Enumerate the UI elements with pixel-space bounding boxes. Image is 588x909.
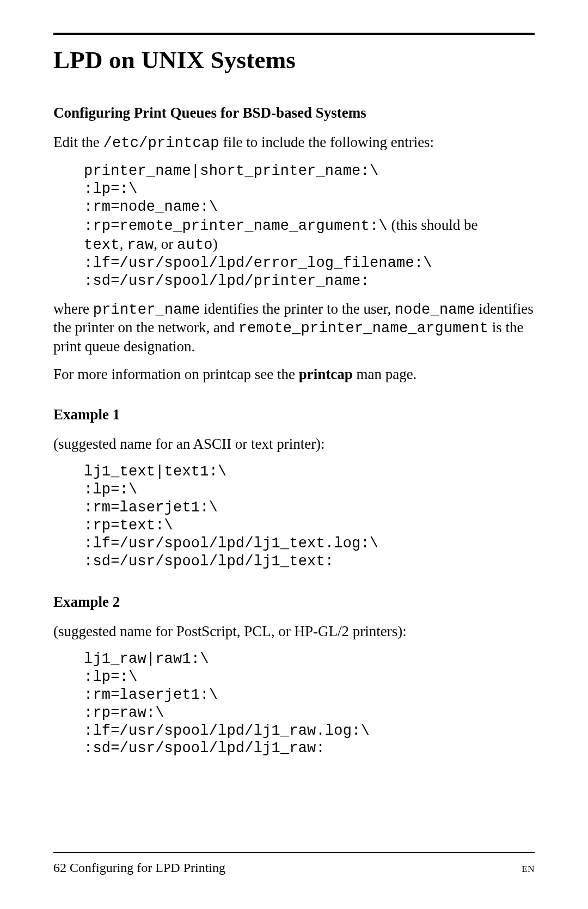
more-text: man page. [353, 366, 417, 382]
template-line: text, raw, or auto) [84, 235, 535, 254]
code-line: :sd=/usr/spool/lpd/lj1_raw: [84, 740, 535, 758]
code-line: :lp=:\ [84, 481, 535, 499]
printcap-template: printer_name|short_printer_name:\ :lp=:\… [84, 162, 535, 290]
footer-left: 62 Configuring for LPD Printing [53, 861, 225, 875]
intro-post: file to include the following entries: [219, 134, 434, 150]
explain-paragraph: where printer_name identifies the printe… [53, 300, 535, 356]
more-text: For more information on printcap see the [53, 366, 299, 382]
template-text: , [120, 236, 127, 252]
page-title: LPD on UNIX Systems [53, 46, 535, 74]
code-line: :rp=raw:\ [84, 704, 535, 722]
code-line: :rm=laserjet1:\ [84, 499, 535, 517]
explain-code: node_name [395, 302, 475, 318]
code-line: lj1_text|text1:\ [84, 463, 535, 481]
template-line: :rm=node_name:\ [84, 198, 535, 216]
intro-pre: Edit the [53, 134, 103, 150]
page-footer: 62 Configuring for LPD Printing EN [53, 852, 535, 875]
template-text: , or [154, 236, 177, 252]
example2-heading: Example 2 [53, 594, 535, 611]
code-line: :sd=/usr/spool/lpd/lj1_text: [84, 553, 535, 571]
example1-block: lj1_text|text1:\ :lp=:\ :rm=laserjet1:\ … [84, 463, 535, 571]
example1-caption: (suggested name for an ASCII or text pri… [53, 435, 535, 453]
template-line: :sd=/usr/spool/lpd/printer_name: [84, 272, 535, 290]
template-line: :lp=:\ [84, 180, 535, 198]
template-code: :rp=remote_printer_name_argument:\ [84, 218, 388, 234]
intro-code: /etc/printcap [103, 135, 219, 151]
intro-paragraph: Edit the /etc/printcap file to include t… [53, 133, 535, 152]
code-line: :lp=:\ [84, 668, 535, 686]
example2-caption: (suggested name for PostScript, PCL, or … [53, 623, 535, 640]
explain-code: printer_name [93, 302, 200, 318]
code-line: :rp=text:\ [84, 517, 535, 535]
template-code: text [84, 237, 120, 253]
section-heading: Configuring Print Queues for BSD-based S… [53, 105, 535, 121]
template-code: auto [177, 237, 213, 253]
explain-text: where [53, 301, 93, 317]
page-content: LPD on UNIX Systems Configuring Print Qu… [53, 33, 535, 767]
more-bold: printcap [299, 366, 353, 382]
code-line: :lf=/usr/spool/lpd/lj1_raw.log:\ [84, 722, 535, 740]
template-line: printer_name|short_printer_name:\ [84, 162, 535, 180]
bottom-rule [53, 852, 535, 853]
template-line: :lf=/usr/spool/lpd/error_log_filename:\ [84, 254, 535, 272]
more-info-paragraph: For more information on printcap see the… [53, 365, 535, 383]
example1-heading: Example 1 [53, 406, 535, 423]
footer-right: EN [522, 864, 535, 875]
template-text: ) [213, 236, 218, 252]
explain-text: identifies the printer to the user, [200, 301, 395, 317]
template-note: (this should be [388, 217, 478, 233]
explain-code: remote_printer_name_argument [238, 320, 488, 337]
code-line: lj1_raw|raw1:\ [84, 650, 535, 668]
template-code: raw [127, 237, 154, 253]
footer-row: 62 Configuring for LPD Printing EN [53, 861, 535, 875]
code-line: :rm=laserjet1:\ [84, 686, 535, 704]
template-line: :rp=remote_printer_name_argument:\ (this… [84, 216, 535, 235]
code-line: :lf=/usr/spool/lpd/lj1_text.log:\ [84, 535, 535, 553]
top-rule [53, 33, 535, 35]
example2-block: lj1_raw|raw1:\ :lp=:\ :rm=laserjet1:\ :r… [84, 650, 535, 758]
